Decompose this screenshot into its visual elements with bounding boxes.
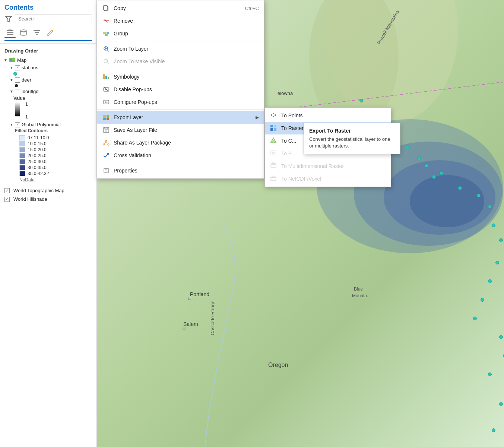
svg-point-58: [108, 144, 109, 145]
map-point: [495, 261, 499, 264]
tooltip-title: Export To Raster: [309, 128, 395, 134]
sidebar-header: Contents: [0, 0, 96, 44]
filter-toolbar-btn[interactable]: [31, 28, 42, 38]
to-rasters-icon: [270, 124, 278, 132]
menu-item-share-package[interactable]: Share As Layer Package: [97, 136, 264, 149]
zoom-layer-icon: [102, 45, 110, 53]
svg-rect-46: [104, 100, 109, 104]
disable-popup-label: Disable Pop-ups: [114, 86, 259, 92]
legend-label-3: 20.0-25.0: [28, 153, 47, 158]
zoom-visible-label: Zoom To Make Visible: [114, 58, 259, 64]
legend-swatch-2: [19, 147, 25, 152]
expand-arrow-map[interactable]: ▼: [3, 57, 8, 63]
svg-rect-23: [36, 34, 38, 35]
global-poly-layer-item[interactable]: ▼ Global Polynomial: [0, 121, 96, 128]
to-points-icon: [270, 112, 278, 119]
city-point: [183, 327, 186, 330]
filled-contours-label: Filled Contours: [0, 128, 96, 133]
cross-validation-icon: [102, 152, 110, 159]
map-layer-name: Map: [17, 57, 26, 63]
svg-rect-49: [103, 115, 106, 118]
svg-rect-33: [105, 34, 108, 36]
menu-item-symbology[interactable]: Symbology: [97, 70, 264, 83]
legend-swatch-5: [19, 165, 25, 170]
menu-item-copy[interactable]: Copy Ctrl+C: [97, 2, 264, 15]
sidebar-content: Drawing Order ▼ Map ▼ stations ▼ deer ▼: [0, 44, 96, 447]
svg-point-56: [105, 140, 107, 142]
menu-item-group[interactable]: Group: [97, 27, 264, 40]
edit-toolbar-btn[interactable]: [45, 28, 56, 38]
world-hillshade-checkbox[interactable]: [4, 197, 10, 202]
legend-label-4: 25.0-30.0: [28, 159, 47, 164]
filter-icon[interactable]: [4, 15, 13, 23]
stations-layer-item[interactable]: ▼ stations: [0, 64, 96, 71]
legend-swatch-3: [19, 153, 25, 158]
menu-item-remove[interactable]: Remove: [97, 15, 264, 27]
world-topo-row[interactable]: World Topographic Map: [0, 186, 96, 195]
value-label: Value: [0, 95, 96, 102]
menu-item-properties[interactable]: Properties: [97, 164, 264, 177]
value-pair: 1 1: [25, 102, 28, 120]
search-input[interactable]: [15, 15, 92, 23]
svg-rect-73: [274, 128, 276, 131]
global-poly-checkbox[interactable]: [15, 122, 20, 127]
menu-item-cross-validation[interactable]: Cross Validation: [97, 149, 264, 162]
svg-line-45: [104, 87, 108, 92]
to-p-label: To P...: [281, 150, 295, 156]
menu-item-configure-popups[interactable]: Configure Pop-ups: [97, 96, 264, 108]
toolbar-row: [4, 26, 92, 41]
map-layer-item[interactable]: ▼ Map: [0, 56, 96, 64]
idoutlgd-layer-item[interactable]: ▼ idoutlgd: [0, 88, 96, 95]
map-point: [488, 205, 492, 209]
export-layer-arrow: ▶: [256, 115, 259, 120]
legend-label-1: 10.0-15.0: [28, 141, 47, 146]
cross-validation-label: Cross Validation: [114, 152, 259, 158]
expand-arrow-stations[interactable]: ▼: [9, 65, 14, 70]
to-netcdf-label: To NetCDF/Voxel: [281, 176, 321, 182]
to-netcdf-icon: [270, 175, 278, 183]
configure-popup-icon: [102, 98, 110, 106]
svg-point-66: [271, 114, 272, 116]
database-toolbar-btn[interactable]: [18, 28, 29, 38]
deer-checkbox[interactable]: [15, 77, 20, 83]
svg-point-38: [104, 59, 108, 63]
menu-item-zoom-layer[interactable]: Zoom To Layer: [97, 42, 264, 55]
menu-item-disable-popups[interactable]: Disable Pop-ups: [97, 83, 264, 96]
drawing-order-label: Drawing Order: [0, 47, 96, 56]
map-point: [425, 164, 428, 168]
map-point: [492, 428, 495, 432]
context-menu: Copy Ctrl+C Remove Group Zoom To Layer: [97, 0, 264, 179]
expand-arrow-idoutlgd[interactable]: ▼: [9, 89, 14, 94]
map-point: [477, 194, 481, 197]
export-to-raster-tooltip: Export To Raster Convert the geostatisti…: [304, 123, 400, 154]
stations-dot: [13, 72, 17, 76]
map-point: [432, 175, 436, 179]
svg-text:Mounta...: Mounta...: [352, 293, 371, 298]
legend-label-5: 30.0-35.0: [28, 165, 47, 170]
svg-rect-54: [105, 127, 108, 129]
map-point: [458, 186, 462, 190]
remove-icon: [102, 17, 110, 25]
properties-icon: [102, 167, 110, 174]
map-point: [488, 372, 492, 376]
svg-rect-70: [270, 125, 273, 127]
expand-arrow-deer[interactable]: ▼: [9, 77, 14, 83]
menu-item-save-layer[interactable]: Save As Layer File: [97, 124, 264, 136]
menu-item-export-layer[interactable]: Export Layer ▶: [97, 111, 264, 124]
svg-point-68: [275, 114, 276, 116]
svg-rect-28: [104, 6, 107, 10]
stations-checkbox[interactable]: [15, 65, 20, 70]
submenu-to-points[interactable]: To Points: [265, 109, 391, 122]
copy-label: Copy: [114, 5, 241, 11]
world-hillshade-row[interactable]: World Hillshade: [0, 195, 96, 203]
expand-arrow-global-poly[interactable]: ▼: [9, 122, 14, 127]
legend-row-4: 25.0-30.0: [0, 159, 96, 165]
layers-toolbar-btn[interactable]: [4, 28, 16, 38]
world-topo-checkbox[interactable]: [4, 188, 10, 193]
svg-text:Blue: Blue: [354, 286, 363, 292]
idoutlgd-checkbox[interactable]: [15, 89, 20, 94]
symbology-icon: [102, 73, 110, 80]
deer-layer-item[interactable]: ▼ deer: [0, 76, 96, 83]
svg-rect-75: [272, 140, 275, 142]
export-layer-label: Export Layer: [114, 114, 252, 120]
